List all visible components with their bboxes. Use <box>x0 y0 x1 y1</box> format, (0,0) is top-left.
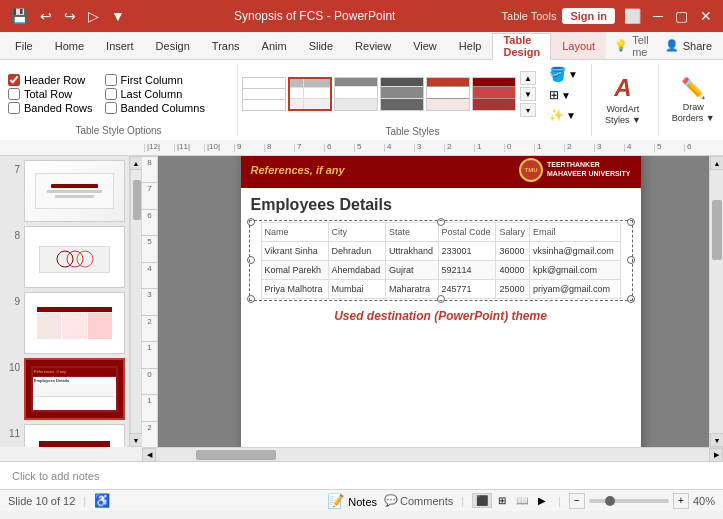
handle-bl[interactable] <box>247 295 255 303</box>
handle-tr[interactable] <box>627 218 635 226</box>
zoom-thumb[interactable] <box>605 496 615 506</box>
reading-view-button[interactable]: 📖 <box>512 493 532 508</box>
table-style-swatch-3[interactable] <box>334 77 378 111</box>
tab-help[interactable]: Help <box>448 32 493 59</box>
slide-preview-10[interactable]: References, if any Employees Details <box>24 358 125 420</box>
tab-insert[interactable]: Insert <box>95 32 145 59</box>
last-column-checkbox[interactable]: Last Column <box>105 88 205 100</box>
table-style-swatch-1[interactable] <box>242 77 286 111</box>
restore-icon[interactable]: ⬜ <box>621 6 644 26</box>
slide-edit-area[interactable]: References, if any TMU TEERTHANKERMAHAVE… <box>158 156 723 447</box>
shading-button[interactable]: 🪣 ▼ <box>544 64 583 84</box>
tab-anim[interactable]: Anim <box>251 32 298 59</box>
handle-tl[interactable] <box>247 218 255 226</box>
slide-thumb-10[interactable]: 10 References, if any Employees Details <box>4 358 125 420</box>
panel-scrollbar[interactable]: ▲ ▼ <box>130 156 142 447</box>
slide-preview-11[interactable] <box>24 424 125 447</box>
accessibility-icon[interactable]: ♿ <box>94 493 110 508</box>
table-style-swatch-6[interactable] <box>472 77 516 111</box>
table-style-swatch-2[interactable] <box>288 77 332 111</box>
more-icon[interactable]: ▼ <box>108 6 128 26</box>
data-table[interactable]: Name City State Postal Code Salary Email… <box>261 222 621 299</box>
handle-mr[interactable] <box>627 256 635 264</box>
slide-preview-7[interactable] <box>24 160 125 222</box>
panel-scroll-down[interactable]: ▼ <box>129 433 143 447</box>
slide-scrollbar-h[interactable]: ◀ ▶ <box>142 447 723 461</box>
total-row-input[interactable] <box>8 88 20 100</box>
svg-point-1 <box>67 251 83 267</box>
handle-br[interactable] <box>627 295 635 303</box>
sign-in-button[interactable]: Sign in <box>562 8 615 24</box>
redo-icon[interactable]: ↪ <box>61 6 79 26</box>
zoom-slider[interactable] <box>589 499 669 503</box>
banded-rows-checkbox[interactable]: Banded Rows <box>8 102 93 114</box>
presentation-icon[interactable]: ▷ <box>85 6 102 26</box>
tab-file[interactable]: File <box>4 32 44 59</box>
handle-tc[interactable] <box>437 218 445 226</box>
draw-borders-button[interactable]: ✏️ DrawBorders ▼ <box>663 70 723 130</box>
effects-button[interactable]: ✨ ▼ <box>544 106 583 124</box>
scroll-right[interactable]: ▶ <box>709 448 723 462</box>
tab-slide[interactable]: Slide <box>298 32 344 59</box>
tab-view[interactable]: View <box>402 32 448 59</box>
slide-scroll-down[interactable]: ▼ <box>710 433 723 447</box>
scroll-left[interactable]: ◀ <box>142 448 156 462</box>
slide-thumb-11[interactable]: 11 <box>4 424 125 447</box>
tab-layout[interactable]: Layout <box>551 32 606 59</box>
total-row-checkbox[interactable]: Total Row <box>8 88 93 100</box>
border-button[interactable]: ⊞ ▼ <box>544 86 583 104</box>
slide-preview-8[interactable] <box>24 226 125 288</box>
first-column-checkbox[interactable]: First Column <box>105 74 205 86</box>
slide-panel[interactable]: 7 8 <box>0 156 130 447</box>
slide-preview-9[interactable] <box>24 292 125 354</box>
notes-bar[interactable]: Click to add notes <box>0 461 723 489</box>
vertical-ruler: 8 7 6 5 4 3 2 1 0 1 2 <box>142 156 158 447</box>
slide-thumb-9[interactable]: 9 <box>4 292 125 354</box>
slide-canvas[interactable]: References, if any TMU TEERTHANKERMAHAVE… <box>241 156 641 447</box>
wordart-button[interactable]: A WordArtStyles ▼ <box>596 70 650 130</box>
save-icon[interactable]: 💾 <box>8 6 31 26</box>
normal-view-button[interactable]: ⬛ <box>472 493 492 508</box>
tell-me-area[interactable]: 💡 Tell me <box>606 32 657 60</box>
zoom-in-button[interactable]: + <box>673 493 689 509</box>
last-column-input[interactable] <box>105 88 117 100</box>
notes-button[interactable]: 📝 Notes <box>324 492 380 510</box>
table-style-options-group: Header Row Total Row Banded Rows First C… <box>8 64 238 136</box>
header-row-input[interactable] <box>8 74 20 86</box>
maximize-icon[interactable]: ▢ <box>672 6 691 26</box>
slide-thumb-7[interactable]: 7 <box>4 160 125 222</box>
banded-columns-input[interactable] <box>105 102 117 114</box>
close-icon[interactable]: ✕ <box>697 6 715 26</box>
handle-ml[interactable] <box>247 256 255 264</box>
ruler-mark-12: |12| <box>144 144 174 152</box>
slide-scrollbar-v[interactable]: ▲ ▼ <box>709 156 723 447</box>
share-button[interactable]: 👤 Share <box>657 37 720 54</box>
tab-home[interactable]: Home <box>44 32 95 59</box>
tab-design[interactable]: Design <box>145 32 201 59</box>
undo-icon[interactable]: ↩ <box>37 6 55 26</box>
tab-review[interactable]: Review <box>344 32 402 59</box>
header-row-checkbox[interactable]: Header Row <box>8 74 93 86</box>
slide-scroll-up[interactable]: ▲ <box>710 156 723 170</box>
table-style-swatch-5[interactable] <box>426 77 470 111</box>
slide-thumb-8[interactable]: 8 <box>4 226 125 288</box>
slide-show-button[interactable]: ▶ <box>534 493 550 508</box>
comments-button[interactable]: 💬 Comments <box>384 494 453 507</box>
banded-rows-input[interactable] <box>8 102 20 114</box>
first-column-input[interactable] <box>105 74 117 86</box>
panel-scroll-up[interactable]: ▲ <box>129 156 143 170</box>
tab-table-design[interactable]: Table Design <box>492 33 551 60</box>
style-scroll-up[interactable]: ▲ <box>520 71 536 85</box>
style-expand[interactable]: ▾ <box>520 103 536 117</box>
table-style-swatch-4[interactable] <box>380 77 424 111</box>
slide-sorter-button[interactable]: ⊞ <box>494 493 510 508</box>
table-wrapper[interactable]: Name City State Postal Code Salary Email… <box>251 222 631 299</box>
handle-bc[interactable] <box>437 295 445 303</box>
zoom-area[interactable]: − + 40% <box>569 493 715 509</box>
style-scroll-down[interactable]: ▼ <box>520 87 536 101</box>
banded-columns-checkbox[interactable]: Banded Columns <box>105 102 205 114</box>
vruler-3: 3 <box>142 288 157 314</box>
minimize-icon[interactable]: ─ <box>650 6 666 26</box>
zoom-out-button[interactable]: − <box>569 493 585 509</box>
tab-trans[interactable]: Trans <box>201 32 251 59</box>
